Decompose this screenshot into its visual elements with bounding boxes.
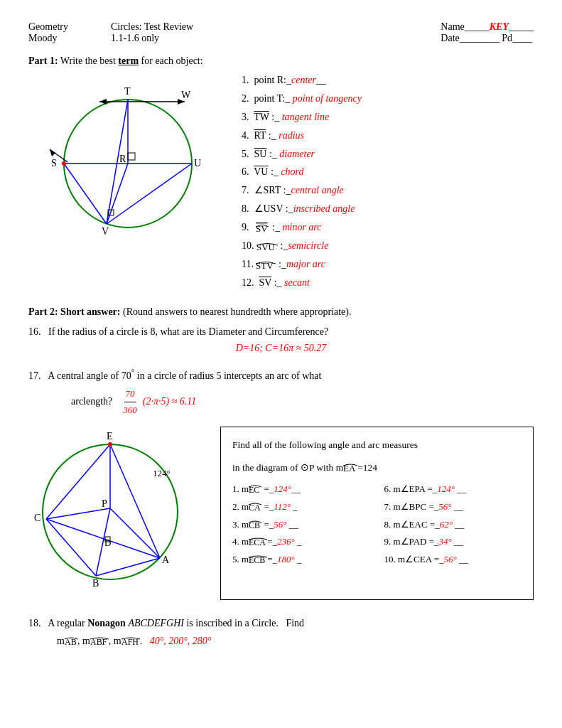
- term-item-8: 8. ∠USV :_inscribed angle: [242, 200, 534, 218]
- label-V: V: [102, 226, 109, 237]
- arc-abf: ABF: [90, 636, 109, 648]
- part2-label: Part 2:: [28, 306, 60, 317]
- arc-124-label: 124°: [153, 468, 171, 478]
- name-line: Name_____KEY_____: [441, 21, 534, 33]
- part2-heading: Part 2: Short answer: (Round answers to …: [28, 306, 534, 318]
- answer-1: center: [291, 75, 316, 85]
- label-R: R: [119, 154, 126, 164]
- part2-short-answer: Short answer:: [60, 306, 120, 317]
- svg-rect-6: [128, 153, 135, 160]
- arc-item-5: 5. mECB=_180° _: [232, 551, 370, 569]
- angle-item-7: 7. m∠BPC =_56° __: [384, 498, 522, 516]
- svg-line-26: [46, 508, 110, 519]
- label-B: B: [92, 578, 99, 589]
- label-E: E: [107, 431, 113, 441]
- label-D: D: [104, 537, 111, 548]
- term-item-6: 6. VU :_ chord: [242, 163, 534, 181]
- svg-point-12: [62, 161, 66, 166]
- name-suffix: _____: [509, 21, 534, 32]
- arc-item-1: 1. mEC =_124°__: [232, 481, 370, 498]
- svg-line-20: [110, 444, 160, 558]
- answer-5: diameter: [279, 149, 315, 159]
- part1-heading: Part 1: Write the best term for each obj…: [28, 55, 534, 67]
- date-line: Date________ Pd____: [441, 33, 534, 44]
- angle-col-right: 6. m∠EPA =_124° __ 7. m∠BPC =_56° __ 8. …: [384, 481, 522, 568]
- arc-sv-icon: SV: [254, 222, 270, 235]
- label-C: C: [34, 513, 40, 523]
- test-subtitle: 1.1-1.6 only: [111, 33, 193, 44]
- angle-columns: 1. mEC =_124°__ 2. mCA =_112° _ 3. mCB =…: [232, 481, 522, 568]
- answer-9: minor arc: [282, 222, 321, 232]
- question-18: 18. A regular Nonagon ABCDEFGHI is inscr…: [28, 614, 534, 650]
- title-info: Circles: Test Review 1.1-1.6 only: [111, 21, 193, 44]
- svg-line-10: [107, 164, 128, 224]
- teacher-name: Moody: [28, 33, 68, 44]
- q18-answer: 40°, 200°, 280°: [150, 636, 212, 646]
- degree-sym: °: [131, 368, 135, 377]
- part1-section: T W S U R V 1. point R:_center__ 2. poin…: [28, 71, 534, 292]
- date-label: Date________: [441, 33, 499, 43]
- fraction-70-360: 70 360: [121, 386, 139, 418]
- header: Geometry Moody Circles: Test Review 1.1-…: [28, 21, 534, 44]
- angle-item-10: 10. m∠CEA =_56° __: [384, 551, 522, 569]
- term-item-5: 5. SU :_ diameter: [242, 145, 534, 164]
- q18-arc-line: mAB, mABF, mAFH. 40°, 200°, 280°: [28, 632, 534, 650]
- nonagon-label: Nonagon: [87, 618, 126, 628]
- term-item-1: 1. point R:_center__: [242, 71, 534, 90]
- label-W: W: [181, 90, 191, 100]
- svg-line-7: [107, 164, 192, 224]
- angle-item-9: 9. m∠PAD =_34° __: [384, 533, 522, 551]
- part1-term: term: [118, 55, 139, 66]
- angle-arc-box: Find all of the following angle and arc …: [220, 427, 534, 600]
- school-name: Geometry: [28, 21, 68, 33]
- circle-diagram2: 124° E C B A P D: [28, 427, 192, 597]
- part2-detail: (Round answers to nearest hundredth wher…: [123, 306, 352, 317]
- answer-8: inscribed angle: [293, 203, 355, 214]
- term-item-3: 3. TW :_ tangent line: [242, 108, 534, 127]
- svg-line-24: [110, 508, 160, 558]
- answer-12: secant: [284, 277, 310, 288]
- diagram1-area: T W S U R V: [28, 71, 227, 292]
- answer-10: semicircle: [288, 240, 328, 251]
- term-item-7: 7. ∠SRT :_central angle: [242, 181, 534, 200]
- arclength-label: arclength?: [71, 393, 117, 410]
- answer-4: radius: [279, 130, 304, 141]
- label-S: S: [51, 158, 57, 168]
- nonagon-vertices: ABCDEFGHI: [128, 618, 184, 628]
- name-label: Name_____: [441, 21, 489, 32]
- frac-numerator: 70: [124, 386, 136, 402]
- name-value: KEY: [490, 21, 509, 32]
- answer-11: major arc: [286, 259, 325, 269]
- arc-item-4: 4. mECA=_236° _: [232, 533, 370, 551]
- part1-label: Part 1:: [28, 55, 58, 66]
- terms-list: 1. point R:_center__ 2. point T:_ point …: [242, 71, 534, 292]
- q17-answer: (2·π·5) ≈ 6.11: [143, 393, 196, 410]
- question-16: 16. If the radius of a circle is 8, what…: [28, 323, 534, 358]
- label-T: T: [124, 86, 131, 97]
- label-P: P: [102, 498, 107, 509]
- q17-arclength-line: arclength? 70 360 (2·π·5) ≈ 6.11: [28, 386, 534, 418]
- circle-diagram1: T W S U R V: [28, 71, 220, 256]
- term-item-9: 9. SV :_ minor arc: [242, 218, 534, 237]
- q16-answer: D=16; C=16π ≈ 50.27: [28, 340, 534, 357]
- part1-instruction: Write the best: [60, 55, 118, 66]
- answer-6: chord: [281, 166, 303, 177]
- answer-7: central angle: [291, 185, 343, 196]
- question-17: 17. A central angle of 70° in a circle o…: [28, 365, 534, 418]
- svg-line-8: [64, 164, 107, 224]
- label-A: A: [162, 555, 170, 565]
- q16-num: 16. If the radius of a circle is 8, what…: [28, 326, 328, 337]
- box-title-line2: in the diagram of ⊙P with mEA=124: [232, 459, 522, 477]
- arc-item-3: 3. mCB =_56° __: [232, 516, 370, 534]
- school-info: Geometry Moody: [28, 21, 68, 44]
- part1-instruction2: for each object:: [141, 55, 203, 66]
- part2-section: Part 2: Short answer: (Round answers to …: [28, 306, 534, 651]
- arc-ab: AB: [65, 636, 77, 648]
- arc-stv-icon: STV: [256, 259, 276, 272]
- arc-svu-icon: SVU: [256, 240, 278, 253]
- svg-line-19: [46, 444, 110, 519]
- arc-item-2: 2. mCA =_112° _: [232, 498, 370, 516]
- diagram2-row: 124° E C B A P D Find all of the followi…: [28, 427, 534, 600]
- angle-item-8: 8. m∠EAC =_62° __: [384, 516, 522, 534]
- diagram2-area: 124° E C B A P D: [28, 427, 206, 600]
